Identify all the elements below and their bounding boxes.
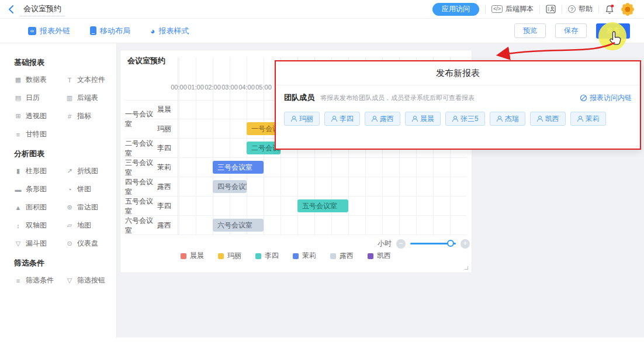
calendar-icon: ▤ [14, 94, 22, 102]
backend-script-button[interactable]: </> 后端脚本 [491, 4, 534, 14]
sidebar-item-label: 漏斗图 [26, 239, 47, 249]
person-icon [536, 116, 542, 122]
member-chip[interactable]: 凯西 [530, 112, 566, 126]
member-chip[interactable]: 晨晨 [405, 112, 441, 126]
person-icon [290, 116, 296, 122]
chart-legend: 晨晨玛丽李四茉莉露西凯西 [181, 251, 391, 261]
legend-label: 露西 [340, 251, 354, 261]
sidebar-item-label: 仪表盘 [77, 239, 98, 249]
map-icon: ▱ [65, 222, 74, 229]
sidebar-item-label: 甘特图 [26, 129, 47, 139]
legend-item[interactable]: 凯西 [368, 251, 391, 261]
sidebar-item-label: 雷达图 [77, 202, 98, 212]
member-chip[interactable]: 茉莉 [570, 112, 606, 126]
code-icon: </> [491, 5, 503, 13]
sidebar-item-bar-chart[interactable]: ▬条形图 [14, 184, 65, 194]
toolbar-tab[interactable]: ◕报表样式 [150, 26, 189, 36]
help-icon: ? [568, 5, 576, 13]
legend-item[interactable]: 玛丽 [218, 251, 241, 261]
tab-label: 报表外链 [40, 26, 70, 36]
filter-button-icon: ▽ [65, 277, 74, 284]
sidebar-item-area-chart[interactable]: ▲面积图 [14, 202, 65, 212]
legend-item[interactable]: 露西 [330, 251, 354, 261]
toolbar-tab[interactable]: ∞报表外链 [28, 26, 70, 36]
member-chip[interactable]: 玛丽 [284, 112, 320, 126]
pivot-table-icon: ⊞ [14, 112, 22, 120]
legend-item[interactable]: 晨晨 [181, 251, 204, 261]
sidebar-item-label: 筛选条件 [26, 275, 54, 285]
report-style-icon: ◕ [150, 27, 155, 35]
toolbar-tabs: ∞报表外链移动布局◕报表样式 [28, 26, 189, 36]
help-button[interactable]: ? 帮助 [568, 4, 593, 14]
sidebar-item-map[interactable]: ▱地图 [65, 220, 117, 230]
sidebar-item-gantt[interactable]: ≡甘特图 [14, 129, 65, 139]
time-tick-label: 05:00 [254, 84, 273, 91]
notification-button[interactable] [605, 4, 615, 15]
sidebar-section-title: 筛选条件 [14, 258, 116, 268]
person-icon [577, 116, 583, 122]
sidebar-item-line-chart[interactable]: ↗折线图 [65, 166, 117, 176]
person-icon [452, 116, 458, 122]
app-access-button[interactable]: 应用访问 [432, 3, 479, 16]
back-button[interactable] [8, 5, 14, 13]
bar-chart-icon: ▬ [14, 186, 22, 193]
sidebar-item-table[interactable]: ▦数据表 [14, 75, 65, 85]
toolbar: ∞报表外链移动布局◕报表样式 预览 保存 发布 [0, 19, 644, 43]
divider [562, 5, 562, 13]
sidebar-item-filter-button[interactable]: ▽筛选按钮 [65, 275, 117, 285]
report-access-link[interactable]: 报表访问内链 [580, 93, 632, 103]
sidebar-item-pie-chart[interactable]: ◔饼图 [65, 184, 117, 194]
sidebar-item-radar-chart[interactable]: ⊛雷达图 [65, 202, 117, 212]
member-chip[interactable]: 李四 [324, 112, 360, 126]
gantt-bar[interactable]: 四号会议室 [213, 180, 247, 193]
sidebar-item-metric[interactable]: #指标 [65, 111, 117, 121]
sidebar-item-text-widget[interactable]: T文本控件 [65, 75, 117, 85]
member-name: 杰瑞 [505, 114, 519, 124]
sidebar-item-dual-axis[interactable]: ↕双轴图 [14, 220, 65, 230]
legend-item[interactable]: 李四 [255, 251, 279, 261]
legend-label: 晨晨 [190, 251, 204, 261]
sidebar-item-label: 指标 [77, 111, 91, 121]
legend-swatch [255, 253, 261, 259]
slider-track[interactable] [410, 243, 456, 244]
contacts-button[interactable] [546, 5, 556, 13]
member-chip-list: 玛丽李四露西晨晨张三5杰瑞凯西茉莉 [284, 112, 632, 126]
panel-resize-handle[interactable] [465, 266, 468, 270]
sidebar-item-calendar[interactable]: ▤日历 [14, 93, 65, 103]
sidebar-item-pivot-table[interactable]: ⊞透视图 [14, 111, 65, 121]
page-title[interactable]: 会议室预约 [20, 2, 65, 16]
gantt-bar[interactable]: 六号会议室 [213, 219, 264, 232]
person-label: 露西 [157, 216, 177, 235]
sidebar-item-funnel-chart[interactable]: ▽漏斗图 [14, 239, 65, 249]
member-chip[interactable]: 杰瑞 [490, 112, 525, 126]
member-chip[interactable]: 露西 [365, 112, 400, 126]
save-button[interactable]: 保存 [555, 23, 587, 38]
sidebar-item-label: 柱形图 [26, 166, 47, 176]
divider [485, 5, 486, 13]
sidebar-item-filter[interactable]: ≡筛选条件 [14, 275, 65, 285]
sidebar-item-label: 数据表 [26, 75, 47, 85]
member-chip[interactable]: 张三5 [445, 112, 485, 126]
pie-chart-icon: ◔ [65, 186, 74, 193]
toolbar-tab[interactable]: 移动布局 [90, 26, 130, 36]
member-name: 凯西 [545, 114, 559, 124]
sidebar-item-column-chart[interactable]: ▮柱形图 [14, 166, 65, 176]
legend-item[interactable]: 茉莉 [293, 251, 316, 261]
gantt-bar[interactable]: 五号会议室 [297, 199, 348, 212]
publish-button[interactable]: 发布 [596, 23, 630, 39]
preview-button[interactable]: 预览 [514, 23, 546, 38]
slider-thumb[interactable] [447, 240, 454, 247]
sidebar-item-backend-table[interactable]: ▥后端表 [65, 93, 117, 103]
sidebar-item-gauge-chart[interactable]: ⊙仪表盘 [65, 239, 117, 249]
gantt-bar[interactable]: 三号会议室 [213, 161, 264, 174]
person-label: 李四 [157, 197, 177, 216]
legend-label: 凯西 [377, 251, 391, 261]
zoom-in-button[interactable]: + [461, 239, 470, 249]
avatar[interactable] [621, 2, 635, 16]
member-name: 茉莉 [586, 114, 600, 124]
sidebar-item-label: 筛选按钮 [77, 275, 105, 285]
gantt-icon: ≡ [14, 131, 22, 138]
zoom-out-button[interactable]: − [396, 239, 406, 249]
flower-avatar-icon [621, 2, 635, 16]
legend-swatch [293, 253, 299, 259]
